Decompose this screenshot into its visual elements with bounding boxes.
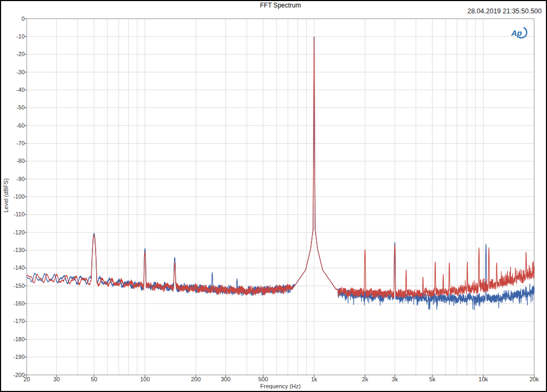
x-tick-label: 20k xyxy=(523,376,545,382)
y-tick-label: -20 xyxy=(1,51,25,57)
y-tick-label: -180 xyxy=(1,336,25,342)
y-tick-label: -120 xyxy=(1,229,25,236)
red-trace xyxy=(27,37,534,299)
x-tick-label: 200 xyxy=(185,376,207,382)
ap-logo: Ap xyxy=(507,25,529,40)
y-tick-label: -170 xyxy=(1,318,25,324)
x-tick-label: 100 xyxy=(134,376,155,382)
y-tick-label: -100 xyxy=(1,193,25,200)
spectrum-plot xyxy=(1,1,547,392)
blue-trace xyxy=(27,37,534,310)
page-title: FFT Spectrum xyxy=(27,2,534,9)
x-tick-label: 500 xyxy=(253,376,274,382)
y-tick-label: -190 xyxy=(1,354,25,360)
y-tick-label: -30 xyxy=(1,69,25,75)
y-tick-label: -90 xyxy=(1,176,25,182)
x-tick-label: 5k xyxy=(421,376,443,382)
y-tick-label: -80 xyxy=(1,158,25,164)
x-tick-label: 50 xyxy=(83,376,105,382)
y-tick-label: -110 xyxy=(1,211,25,217)
y-tick-label: -70 xyxy=(1,140,25,146)
y-tick-label: -130 xyxy=(1,247,25,253)
y-tick-label: -150 xyxy=(1,283,25,289)
ap-swoosh-icon: Ap xyxy=(507,25,529,40)
y-tick-label: -200 xyxy=(1,372,25,378)
y-tick-label: -160 xyxy=(1,300,25,307)
x-tick-label: 30 xyxy=(46,376,67,382)
y-tick-label: -140 xyxy=(1,264,25,271)
timestamp: 28.04.2019 21:35:50.500 xyxy=(467,7,542,15)
x-tick-label: 1k xyxy=(303,376,325,382)
y-tick-label: -50 xyxy=(1,104,25,111)
fft-analyzer-window: FFT Spectrum 28.04.2019 21:35:50.500 Lev… xyxy=(0,0,547,392)
x-axis-label: Frequency (Hz) xyxy=(27,383,534,389)
ap-logo-text: Ap xyxy=(511,28,522,37)
x-tick-label: 10k xyxy=(473,376,494,382)
y-tick-label: -10 xyxy=(1,33,25,40)
x-tick-label: 2k xyxy=(354,376,376,382)
y-tick-label: -60 xyxy=(1,122,25,129)
x-tick-label: 300 xyxy=(215,376,236,382)
x-tick-label: 3k xyxy=(384,376,405,382)
y-tick-label: -40 xyxy=(1,87,25,93)
y-tick-label: 0 xyxy=(1,15,25,22)
